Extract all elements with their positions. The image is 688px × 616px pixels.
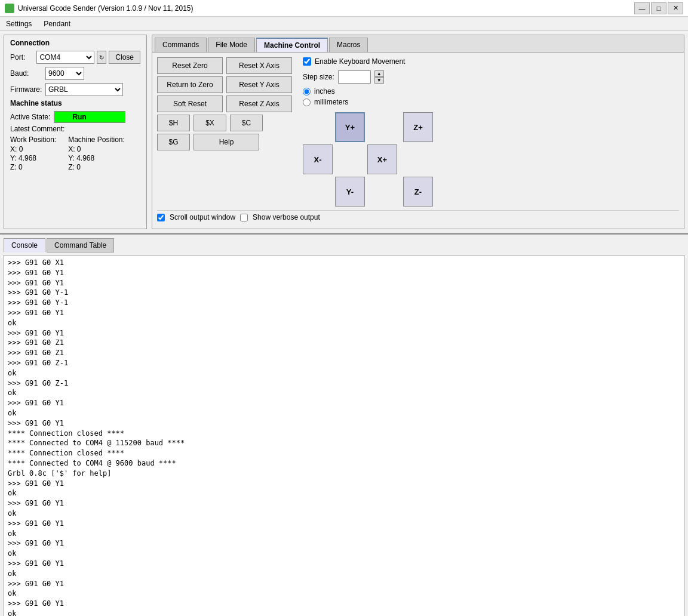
keyboard-checkbox[interactable] bbox=[303, 57, 311, 66]
sg-button[interactable]: $G bbox=[157, 134, 190, 150]
machine-position-label: Machine Position: bbox=[68, 135, 125, 144]
bottom-tabs-row: Console Command Table bbox=[4, 238, 684, 252]
port-row: Port: COM4 ↻ Close bbox=[10, 51, 140, 64]
jog-section: Y+ X- X+ Y- bbox=[303, 109, 679, 207]
menu-pendant[interactable]: Pendant bbox=[40, 19, 74, 29]
title-bar-left: Universal Gcode Sender (Version 1.0.9 / … bbox=[5, 4, 194, 13]
window-controls: — □ ✕ bbox=[634, 2, 683, 14]
inches-label: inches bbox=[314, 87, 335, 96]
sx-button[interactable]: $X bbox=[194, 115, 226, 131]
baud-select[interactable]: 9600 bbox=[45, 67, 84, 80]
mach-z: Z: 0 bbox=[68, 163, 125, 171]
active-state-value: Run bbox=[54, 111, 125, 123]
reset-x-axis-button[interactable]: Reset X Axis bbox=[226, 57, 292, 74]
minimize-button[interactable]: — bbox=[634, 2, 650, 14]
menu-bar: Settings Pendant bbox=[0, 17, 688, 31]
jog-row2: X- X+ bbox=[303, 144, 397, 174]
spin-buttons: ▲ ▼ bbox=[374, 70, 384, 84]
row3: Soft Reset Reset Z Axis bbox=[157, 96, 292, 112]
output-options-row: Scroll output window Show verbose output bbox=[157, 210, 679, 224]
maximize-button[interactable]: □ bbox=[651, 2, 666, 14]
z-plus-button[interactable]: Z+ bbox=[403, 112, 433, 142]
verbose-output-label: Show verbose output bbox=[253, 213, 320, 221]
machine-control-content: Reset Zero Reset X Axis Return to Zero R… bbox=[152, 53, 684, 229]
verbose-output-checkbox[interactable] bbox=[240, 214, 248, 221]
right-panel: Commands File Mode Machine Control Macro… bbox=[152, 35, 684, 229]
machine-position-col: Machine Position: X: 0 Y: 4.968 Z: 0 bbox=[68, 135, 125, 172]
z-minus-button[interactable]: Z- bbox=[403, 177, 433, 207]
spin-up-button[interactable]: ▲ bbox=[374, 70, 384, 77]
machine-status-panel: Machine status Active State: Run Latest … bbox=[10, 99, 140, 172]
main-container: Connection Port: COM4 ↻ Close Baud: 9600… bbox=[0, 31, 688, 616]
stepsize-input[interactable]: 1 bbox=[338, 70, 371, 84]
help-button[interactable]: Help bbox=[194, 134, 259, 150]
positions-row: Work Position: X: 0 Y: 4.968 Z: 0 Machin… bbox=[10, 135, 140, 172]
x-plus-button[interactable]: X+ bbox=[367, 144, 397, 174]
stepsize-row: Step size: 1 ▲ ▼ bbox=[303, 70, 679, 84]
row4: $H $X $C bbox=[157, 115, 292, 131]
console-wrapper: >>> G91 G0 X1>>> G91 G0 Y1>>> G91 G0 Y1>… bbox=[4, 255, 684, 616]
y-plus-button[interactable]: Y+ bbox=[335, 112, 365, 142]
bottom-tab-console[interactable]: Console bbox=[4, 238, 45, 252]
row2: Return to Zero Reset Y Axis bbox=[157, 76, 292, 93]
keyboard-row: Enable Keyboard Movement bbox=[303, 57, 679, 66]
bottom-tab-command-table[interactable]: Command Table bbox=[47, 238, 114, 252]
firmware-select[interactable]: GRBL bbox=[45, 83, 123, 96]
mc-buttons-col: Reset Zero Reset X Axis Return to Zero R… bbox=[157, 57, 292, 207]
jog-row1: Y+ bbox=[303, 112, 397, 142]
tabs-row: Commands File Mode Machine Control Macro… bbox=[152, 35, 684, 53]
machine-control-grid: Reset Zero Reset X Axis Return to Zero R… bbox=[157, 57, 679, 207]
jog-empty-bl bbox=[303, 177, 333, 207]
keyboard-label: Enable Keyboard Movement bbox=[315, 57, 405, 66]
sh-button[interactable]: $H bbox=[157, 115, 190, 131]
scroll-output-checkbox[interactable] bbox=[157, 214, 165, 221]
work-z: Z: 0 bbox=[10, 163, 56, 171]
reset-z-axis-button[interactable]: Reset Z Axis bbox=[226, 96, 292, 112]
soft-reset-button[interactable]: Soft Reset bbox=[157, 96, 223, 112]
tab-machine-control[interactable]: Machine Control bbox=[256, 38, 328, 52]
z-spacer bbox=[403, 144, 433, 174]
work-position-col: Work Position: X: 0 Y: 4.968 Z: 0 bbox=[10, 135, 56, 172]
machine-status-title: Machine status bbox=[10, 99, 140, 107]
sc-button[interactable]: $C bbox=[230, 115, 263, 131]
jog-row3: Y- bbox=[303, 177, 397, 207]
inches-radio[interactable] bbox=[303, 88, 311, 96]
mach-y: Y: 4.968 bbox=[68, 154, 125, 162]
menu-settings[interactable]: Settings bbox=[2, 19, 35, 29]
jog-empty-tl bbox=[303, 112, 333, 142]
active-state-row: Active State: Run bbox=[10, 111, 140, 123]
work-x: X: 0 bbox=[10, 145, 56, 153]
baud-label: Baud: bbox=[10, 69, 43, 78]
row5: $G Help bbox=[157, 134, 292, 150]
spin-down-button[interactable]: ▼ bbox=[374, 77, 384, 84]
scroll-output-label: Scroll output window bbox=[170, 213, 235, 221]
console-output[interactable]: >>> G91 G0 X1>>> G91 G0 Y1>>> G91 G0 Y1>… bbox=[4, 255, 684, 616]
app-icon bbox=[5, 4, 14, 13]
z-grid: Z+ Z- bbox=[403, 112, 433, 207]
return-to-zero-button[interactable]: Return to Zero bbox=[157, 76, 223, 93]
x-minus-button[interactable]: X- bbox=[303, 144, 333, 174]
row1: Reset Zero Reset X Axis bbox=[157, 57, 292, 74]
connect-button[interactable]: Close bbox=[109, 51, 140, 64]
port-select[interactable]: COM4 bbox=[36, 51, 94, 64]
top-section: Connection Port: COM4 ↻ Close Baud: 9600… bbox=[0, 31, 688, 234]
port-label: Port: bbox=[10, 53, 34, 61]
reset-zero-button[interactable]: Reset Zero bbox=[157, 57, 223, 74]
jog-xy-grid: Y+ X- X+ Y- bbox=[303, 112, 397, 207]
bottom-section: Console Command Table >>> G91 G0 X1>>> G… bbox=[0, 234, 688, 616]
tab-file-mode[interactable]: File Mode bbox=[208, 38, 255, 52]
tab-macros[interactable]: Macros bbox=[329, 38, 368, 52]
connection-panel: Connection Port: COM4 ↻ Close Baud: 9600… bbox=[4, 35, 147, 229]
y-minus-button[interactable]: Y- bbox=[335, 177, 365, 207]
latest-comment-label: Latest Comment: bbox=[10, 125, 140, 133]
reset-y-axis-button[interactable]: Reset Y Axis bbox=[226, 76, 292, 93]
mm-label: millimeters bbox=[314, 98, 348, 106]
tab-commands[interactable]: Commands bbox=[155, 38, 207, 52]
firmware-label: Firmware: bbox=[10, 85, 43, 94]
close-button[interactable]: ✕ bbox=[668, 2, 683, 14]
mm-radio-row: millimeters bbox=[303, 98, 679, 106]
firmware-row: Firmware: GRBL bbox=[10, 83, 140, 96]
mm-radio[interactable] bbox=[303, 98, 311, 106]
active-state-label: Active State: bbox=[10, 113, 50, 121]
refresh-button[interactable]: ↻ bbox=[97, 51, 107, 64]
